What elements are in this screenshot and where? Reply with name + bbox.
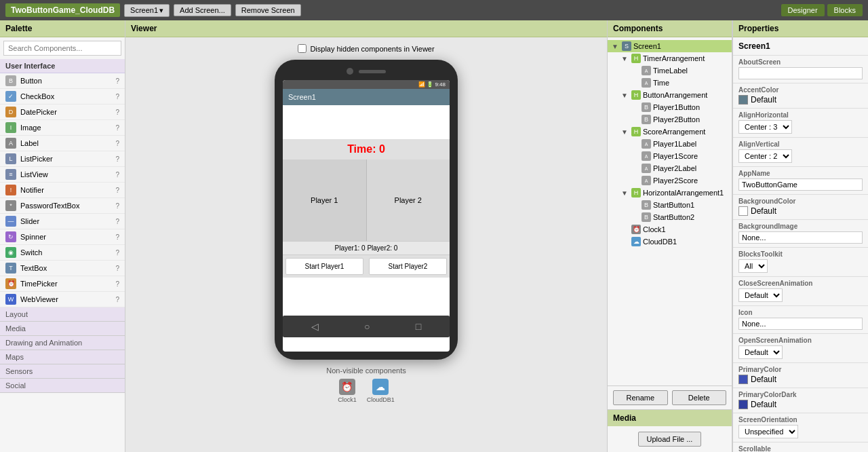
listview-help-icon[interactable]: ?: [115, 171, 119, 178]
tree-item-buttonarrangement[interactable]: ▼ H ButtonArrangement: [608, 89, 732, 101]
phone-player1-area: Player 1: [283, 159, 367, 241]
notifier-help-icon[interactable]: ?: [115, 187, 119, 194]
webviewer-help-icon[interactable]: ?: [115, 296, 119, 303]
primarycolor-swatch[interactable]: [738, 375, 748, 384]
alignvertical-select[interactable]: Center : 2: [738, 149, 792, 163]
switch-help-icon[interactable]: ?: [115, 249, 119, 257]
palette-item-listpicker[interactable]: L ListPicker ?: [0, 151, 125, 167]
properties-panel: Properties Screen1 AboutScreen AccentCol…: [732, 20, 868, 452]
remove-screen-button[interactable]: Remove Screen: [235, 4, 301, 16]
listpicker-help-icon[interactable]: ?: [115, 155, 119, 163]
checkbox-help-icon[interactable]: ?: [115, 93, 119, 100]
palette-item-checkbox[interactable]: ✓ CheckBox ?: [0, 89, 125, 105]
palette-item-textbox[interactable]: T TextBox ?: [0, 261, 125, 276]
palette-item-switch[interactable]: ◉ Switch ?: [0, 245, 125, 261]
prop-alignhorizontal: AlignHorizontal Center : 3: [733, 109, 868, 138]
datepicker-help-icon[interactable]: ?: [115, 109, 119, 116]
prop-closescreenanimation: CloseScreenAnimation Default: [733, 277, 868, 306]
hidden-components-checkbox[interactable]: [298, 44, 307, 53]
prop-blockstoolkit: BlocksToolkit All: [733, 248, 868, 277]
backgroundcolor-swatch[interactable]: [738, 206, 748, 216]
openscreenanimation-select[interactable]: Default: [738, 345, 783, 359]
palette-item-datepicker[interactable]: D DatePicker ?: [0, 105, 125, 120]
phone-scores-bar: Player1: 0 Player2: 0: [283, 241, 450, 255]
passwordtextbox-help-icon[interactable]: ?: [115, 202, 119, 210]
nav-back-icon[interactable]: ◁: [311, 321, 319, 332]
component-actions: Rename Delete: [608, 385, 732, 409]
rename-button[interactable]: Rename: [613, 390, 668, 405]
phone-start-player1[interactable]: Start Player1: [285, 258, 363, 275]
designer-button[interactable]: Designer: [781, 4, 825, 16]
icon-input[interactable]: [738, 318, 863, 330]
toggle-screen1[interactable]: ▼: [612, 43, 620, 50]
search-input[interactable]: [3, 41, 121, 56]
toggle-horizontalarrangement1[interactable]: ▼: [621, 189, 629, 197]
screenorientation-select[interactable]: Unspecified: [738, 425, 798, 438]
tree-item-timelabel[interactable]: A TimeLabel: [608, 64, 732, 77]
primarycolordark-swatch[interactable]: [738, 400, 748, 409]
properties-header: Properties: [733, 20, 868, 37]
tree-item-player1label[interactable]: A Player1Label: [608, 138, 732, 150]
delete-button[interactable]: Delete: [672, 390, 727, 405]
nav-home-icon[interactable]: ○: [364, 321, 370, 332]
tree-item-player2score[interactable]: A Player2Score: [608, 174, 732, 187]
palette-section-media[interactable]: Media: [0, 322, 125, 336]
backgroundimage-input[interactable]: [738, 231, 863, 244]
add-screen-button[interactable]: Add Screen...: [174, 4, 231, 16]
tree-item-clouddb1[interactable]: ☁ CloudDB1: [608, 236, 732, 248]
webviewer-icon: W: [5, 294, 16, 305]
tree-item-player2button[interactable]: B Player2Button: [608, 113, 732, 126]
palette-section-drawing[interactable]: Drawing and Animation: [0, 336, 125, 350]
phone-top-bar: [283, 68, 450, 75]
nav-recents-icon[interactable]: □: [416, 321, 421, 332]
tree-item-player1button[interactable]: B Player1Button: [608, 101, 732, 113]
palette-section-maps[interactable]: Maps: [0, 350, 125, 364]
tree-item-player1score[interactable]: A Player1Score: [608, 150, 732, 162]
screen-selector[interactable]: Screen1 ▾: [124, 4, 170, 17]
alignhorizontal-select[interactable]: Center : 3: [738, 120, 792, 134]
tree-item-startbutton1[interactable]: B StartButton1: [608, 199, 732, 211]
toggle-timerarrangement[interactable]: ▼: [621, 55, 629, 62]
spinner-help-icon[interactable]: ?: [115, 233, 119, 241]
slider-help-icon[interactable]: ?: [115, 218, 119, 225]
textbox-help-icon[interactable]: ?: [115, 265, 119, 272]
blockstoolkit-select[interactable]: All: [738, 259, 768, 273]
palette-item-webviewer[interactable]: W WebViewer ?: [0, 292, 125, 307]
toggle-scorearrangement[interactable]: ▼: [621, 128, 629, 136]
palette-section-social[interactable]: Social: [0, 379, 125, 393]
palette-item-timepicker[interactable]: ⏰ TimePicker ?: [0, 276, 125, 292]
button-help-icon[interactable]: ?: [115, 77, 119, 85]
palette-item-passwordtextbox[interactable]: * PasswordTextBox ?: [0, 198, 125, 214]
phone-start-player2[interactable]: Start Player2: [369, 258, 447, 275]
appname-input[interactable]: [738, 178, 863, 191]
label-help-icon[interactable]: ?: [115, 140, 119, 147]
blocks-button[interactable]: Blocks: [827, 4, 863, 16]
tree-item-time[interactable]: A Time: [608, 77, 732, 89]
palette-item-button[interactable]: B Button ?: [0, 73, 125, 89]
listpicker-icon: L: [5, 153, 16, 164]
palette-section-sensors[interactable]: Sensors: [0, 364, 125, 379]
palette-item-spinner[interactable]: ↻ Spinner ?: [0, 229, 125, 245]
palette-item-label[interactable]: A Label ?: [0, 136, 125, 151]
viewer-content: Display hidden components in Viewer 📶 🔋 …: [125, 37, 607, 452]
palette-item-listview[interactable]: ≡ ListView ?: [0, 167, 125, 183]
prop-appname: AppName: [733, 167, 868, 195]
palette-item-image[interactable]: I Image ?: [0, 120, 125, 136]
tree-item-scorearrangement[interactable]: ▼ H ScoreArrangement: [608, 126, 732, 138]
toggle-buttonarrangement[interactable]: ▼: [621, 92, 629, 99]
palette-item-notifier[interactable]: ! Notifier ?: [0, 183, 125, 198]
tree-item-horizontalarrangement1[interactable]: ▼ H HorizontalArrangement1: [608, 187, 732, 199]
timepicker-help-icon[interactable]: ?: [115, 280, 119, 288]
image-help-icon[interactable]: ?: [115, 124, 119, 132]
tree-item-timerarrangement[interactable]: ▼ H TimerArrangement: [608, 52, 732, 64]
tree-item-startbutton2[interactable]: B StartButton2: [608, 211, 732, 223]
upload-file-button[interactable]: Upload File ...: [638, 432, 702, 447]
tree-item-player2label[interactable]: A Player2Label: [608, 162, 732, 174]
aboutscreen-input[interactable]: [738, 67, 863, 79]
accentcolor-swatch[interactable]: [738, 95, 748, 105]
palette-item-slider[interactable]: — Slider ?: [0, 214, 125, 229]
closescreenanimation-select[interactable]: Default: [738, 288, 783, 302]
tree-item-screen1[interactable]: ▼ S Screen1: [608, 40, 732, 52]
palette-section-layout[interactable]: Layout: [0, 307, 125, 322]
tree-item-clock1[interactable]: ⏰ Clock1: [608, 223, 732, 236]
